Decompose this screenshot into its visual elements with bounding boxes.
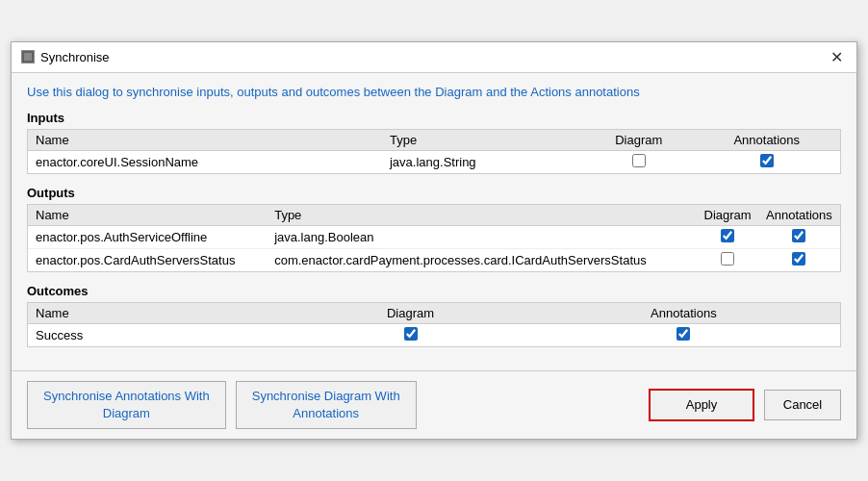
- outcome-diagram-checkbox[interactable]: [404, 327, 418, 341]
- info-text: Use this dialog to synchronise inputs, o…: [27, 85, 841, 99]
- outcomes-col-annotations: Annotations: [527, 303, 840, 324]
- input-annotations-checkbox[interactable]: [760, 154, 774, 167]
- table-row: Success: [28, 323, 840, 346]
- outcome-annotations-cell: [527, 323, 840, 346]
- outputs-section-title: Outputs: [27, 186, 841, 200]
- input-annotations-cell: [694, 150, 840, 173]
- svg-rect-1: [25, 54, 31, 60]
- output-annotations-cell: [758, 248, 840, 271]
- outputs-table: Name Type Diagram Annotations enactor.po…: [28, 205, 840, 271]
- footer: Synchronise Annotations With Diagram Syn…: [12, 370, 856, 439]
- input-diagram-cell: [584, 150, 694, 173]
- apply-button[interactable]: Apply: [649, 389, 754, 421]
- outcomes-section-title: Outcomes: [27, 284, 841, 298]
- outputs-table-container: Name Type Diagram Annotations enactor.po…: [27, 204, 841, 272]
- outputs-col-annotations: Annotations: [758, 205, 840, 226]
- dialog-body: Use this dialog to synchronise inputs, o…: [12, 73, 856, 370]
- inputs-col-name: Name: [28, 130, 382, 151]
- table-row: enactor.coreUI.SessionName java.lang.Str…: [28, 150, 840, 173]
- outputs-col-name: Name: [28, 205, 267, 226]
- input-diagram-checkbox[interactable]: [632, 154, 646, 167]
- output-diagram-cell: [697, 248, 757, 271]
- output-diagram-checkbox[interactable]: [721, 252, 734, 266]
- output-annotations-cell: [758, 225, 840, 248]
- output-annotations-checkbox[interactable]: [792, 229, 805, 242]
- output-type: com.enactor.cardPayment.processes.card.I…: [267, 248, 697, 271]
- output-annotations-checkbox[interactable]: [792, 252, 805, 266]
- sync-annotations-button[interactable]: Synchronise Annotations With Diagram: [27, 381, 226, 429]
- inputs-col-diagram: Diagram: [584, 130, 694, 151]
- output-name: enactor.pos.AuthServiceOffline: [28, 225, 267, 248]
- outcomes-table-container: Name Diagram Annotations Success: [27, 302, 841, 347]
- title-bar-left: Synchronise: [21, 50, 110, 64]
- outputs-col-diagram: Diagram: [697, 205, 757, 226]
- inputs-table-container: Name Type Diagram Annotations enactor.co…: [27, 129, 841, 174]
- output-diagram-cell: [697, 225, 757, 248]
- table-row: enactor.pos.AuthServiceOffline java.lang…: [28, 225, 840, 248]
- output-name: enactor.pos.CardAuthServersStatus: [28, 248, 267, 271]
- close-button[interactable]: ✕: [827, 48, 847, 66]
- outcome-name: Success: [28, 323, 294, 346]
- title-bar: Synchronise ✕: [12, 42, 856, 73]
- output-diagram-checkbox[interactable]: [721, 229, 734, 242]
- dialog-icon: [21, 50, 35, 63]
- outcome-annotations-checkbox[interactable]: [677, 327, 690, 341]
- synchronise-dialog: Synchronise ✕ Use this dialog to synchro…: [11, 41, 857, 440]
- output-type: java.lang.Boolean: [267, 225, 697, 248]
- outputs-col-type: Type: [267, 205, 697, 226]
- inputs-col-annotations: Annotations: [694, 130, 840, 151]
- table-row: enactor.pos.CardAuthServersStatus com.en…: [28, 248, 840, 271]
- cancel-button[interactable]: Cancel: [764, 390, 841, 420]
- outcomes-col-name: Name: [28, 303, 294, 324]
- footer-left-buttons: Synchronise Annotations With Diagram Syn…: [27, 381, 639, 429]
- inputs-table: Name Type Diagram Annotations enactor.co…: [28, 130, 840, 173]
- dialog-title: Synchronise: [40, 50, 110, 64]
- input-type: java.lang.String: [382, 150, 584, 173]
- inputs-section-title: Inputs: [27, 111, 841, 125]
- input-name: enactor.coreUI.SessionName: [28, 150, 382, 173]
- sync-diagram-button[interactable]: Synchronise Diagram With Annotations: [236, 381, 417, 429]
- inputs-col-type: Type: [382, 130, 584, 151]
- outcomes-col-diagram: Diagram: [294, 303, 526, 324]
- outcomes-table: Name Diagram Annotations Success: [28, 303, 840, 346]
- outcome-diagram-cell: [294, 323, 526, 346]
